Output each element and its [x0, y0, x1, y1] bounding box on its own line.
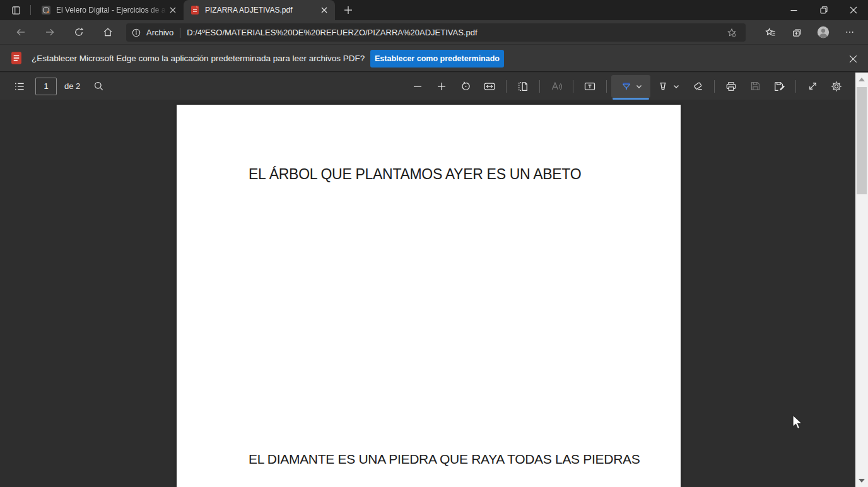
refresh-button[interactable]: [68, 23, 90, 42]
toolbar-separator: [606, 80, 607, 93]
home-button[interactable]: [97, 23, 119, 42]
toolbar-separator: [714, 80, 715, 93]
save-as-button[interactable]: [767, 76, 791, 97]
pdf-favicon: [190, 5, 200, 15]
tab-title: El Velero Digital - Ejercicios de a: [56, 6, 167, 15]
collections-button[interactable]: [786, 23, 807, 42]
highlighter-icon: [657, 80, 669, 93]
pdf-toolbar: de 2: [0, 73, 855, 100]
highlight-tool-button[interactable]: [650, 75, 686, 98]
draw-pen-icon: [620, 80, 633, 93]
velero-favicon: [41, 5, 51, 15]
document-text-line1: EL ÁRBOL QUE PLANTAMOS AYER ES UN ABETO: [249, 166, 581, 183]
save-button: [743, 76, 767, 97]
window-controls: [779, 0, 868, 20]
document-text-line2: EL DIAMANTE ES UNA PIEDRA QUE RAYA TODAS…: [249, 452, 640, 467]
tab-actions-icon: [11, 5, 21, 16]
close-tab-button[interactable]: [319, 4, 330, 16]
pdf-viewer-area[interactable]: EL ÁRBOL QUE PLANTAMOS AYER ES UN ABETO …: [0, 100, 855, 487]
tab-el-velero[interactable]: El Velero Digital - Ejercicios de a: [35, 0, 184, 20]
close-window-button[interactable]: [838, 0, 868, 20]
erase-tool-button[interactable]: [686, 76, 710, 97]
pdf-file-icon: [10, 51, 23, 65]
pdf-page-1[interactable]: EL ÁRBOL QUE PLANTAMOS AYER ES UN ABETO …: [177, 105, 681, 487]
profile-avatar[interactable]: [812, 23, 834, 42]
page-count-label: de 2: [64, 81, 80, 91]
toolbar-separator: [539, 80, 540, 93]
url-text[interactable]: D:/4ºESO/MATERIALES%20DE%20REFUERZO/PIZA…: [187, 28, 723, 37]
scroll-up-button[interactable]: [855, 74, 868, 85]
browser-toolbar: Archivo D:/4ºESO/MATERIALES%20DE%20REFUE…: [0, 20, 868, 44]
set-default-button[interactable]: Establecer como predeterminado: [370, 50, 504, 67]
tab-pizarra-adjetivas[interactable]: PIZARRA ADJETIVAS.pdf: [184, 0, 335, 20]
favorites-button[interactable]: [760, 23, 781, 42]
table-of-contents-button[interactable]: [8, 76, 32, 97]
address-bar[interactable]: Archivo D:/4ºESO/MATERIALES%20DE%20REFUE…: [126, 23, 746, 42]
add-favorites-button[interactable]: [723, 25, 741, 40]
chevron-down-icon: [673, 83, 679, 90]
forward-button[interactable]: [39, 23, 61, 42]
toolbar-separator: [795, 80, 796, 93]
new-tab-icon: [344, 6, 353, 15]
rotate-button[interactable]: [454, 76, 478, 97]
notification-message: ¿Establecer Microsoft Edge como la aplic…: [32, 54, 365, 63]
page-view-button[interactable]: [511, 76, 535, 97]
close-tab-button[interactable]: [167, 4, 179, 16]
search-button[interactable]: [86, 76, 110, 97]
tab-actions-button[interactable]: [5, 2, 26, 18]
new-tab-button[interactable]: [339, 1, 358, 19]
fullscreen-button[interactable]: [801, 76, 824, 97]
minimize-button[interactable]: [779, 0, 809, 20]
read-aloud-button: [544, 76, 568, 97]
vertical-scrollbar[interactable]: [855, 73, 868, 487]
restore-button[interactable]: [809, 0, 838, 20]
notification-close-button[interactable]: [845, 51, 860, 66]
page-number-input[interactable]: [35, 78, 57, 95]
address-separator: [180, 28, 180, 38]
scroll-down-button[interactable]: [855, 475, 868, 486]
settings-button[interactable]: [824, 76, 848, 97]
zoom-in-button[interactable]: [430, 76, 454, 97]
toolbar-separator: [573, 80, 573, 93]
tab-title: PIZARRA ADJETIVAS.pdf: [205, 6, 319, 15]
zoom-out-button[interactable]: [406, 76, 430, 97]
back-button[interactable]: [10, 23, 32, 42]
scrollbar-thumb[interactable]: [857, 87, 867, 194]
fit-width-button[interactable]: [478, 76, 501, 97]
pdf-default-app-notification: ¿Establecer Microsoft Edge como la aplic…: [0, 44, 868, 72]
scroll-up-icon: [859, 78, 865, 81]
toolbar-separator: [506, 80, 507, 93]
print-button[interactable]: [719, 76, 743, 97]
more-menu-button[interactable]: [839, 23, 860, 42]
title-bar: El Velero Digital - Ejercicios de a PIZA…: [0, 0, 868, 20]
draw-tool-button[interactable]: [611, 75, 650, 98]
scroll-down-icon: [859, 479, 865, 483]
chevron-down-icon: [636, 83, 642, 90]
tabbar-separator: [30, 5, 31, 15]
file-scheme-label: Archivo: [146, 28, 173, 37]
info-icon[interactable]: [131, 28, 141, 38]
add-text-button[interactable]: [578, 76, 602, 97]
